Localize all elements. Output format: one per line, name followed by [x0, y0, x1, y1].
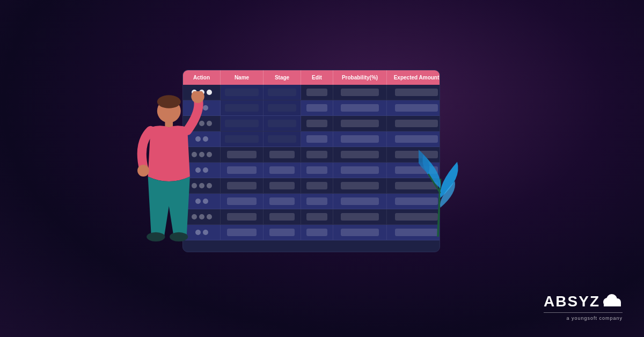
stage-cell [264, 100, 301, 115]
person-illustration [121, 91, 207, 268]
probability-cell [333, 178, 387, 193]
name-cell [221, 163, 264, 178]
svg-point-6 [170, 232, 188, 241]
edit-cell [301, 178, 333, 193]
edit-cell [301, 209, 333, 224]
probability-cell [333, 225, 387, 240]
logo-text: ABSYZ [544, 293, 600, 310]
logo-subtitle: a youngsoft company [566, 316, 623, 321]
col-name: Name [221, 70, 264, 85]
name-cell [221, 85, 264, 100]
expected-cell [387, 116, 440, 131]
svg-rect-12 [604, 302, 621, 306]
probability-cell [333, 163, 387, 178]
data-table: Action Name Stage Edit Probability(%) Ex… [182, 70, 440, 252]
absyz-logo: ABSYZ a youngsoft company [544, 292, 623, 321]
circle-icon [207, 183, 212, 188]
edit-cell [301, 147, 333, 162]
probability-cell [333, 100, 387, 115]
svg-point-4 [137, 165, 149, 177]
table-row [183, 147, 440, 163]
stage-cell [264, 209, 301, 224]
probability-cell [333, 116, 387, 131]
page-background: Action Name Stage Edit Probability(%) Ex… [0, 0, 644, 337]
table-body [183, 85, 440, 240]
name-cell [221, 178, 264, 193]
name-cell [221, 131, 264, 146]
stage-cell [264, 116, 301, 131]
stage-cell [264, 85, 301, 100]
probability-cell [333, 85, 387, 100]
edit-cell [301, 85, 333, 100]
svg-point-1 [157, 95, 181, 108]
name-cell [221, 147, 264, 162]
edit-cell [301, 100, 333, 115]
table-row [183, 85, 440, 100]
table-row [183, 178, 440, 194]
col-probability: Probability(%) [333, 70, 387, 85]
table-header: Action Name Stage Edit Probability(%) Ex… [183, 70, 440, 85]
col-edit: Edit [301, 70, 333, 85]
circle-icon [207, 214, 212, 219]
edit-cell [301, 131, 333, 146]
probability-cell [333, 147, 387, 162]
stage-cell [264, 225, 301, 240]
edit-cell [301, 225, 333, 240]
name-cell [221, 116, 264, 131]
stage-cell [264, 131, 301, 146]
table-row [183, 225, 440, 240]
table-row [183, 116, 440, 131]
col-action: Action [183, 70, 221, 85]
edit-cell [301, 163, 333, 178]
table-row [183, 131, 440, 147]
name-cell [221, 225, 264, 240]
probability-cell [333, 131, 387, 146]
table-row [183, 163, 440, 178]
stage-cell [264, 147, 301, 162]
probability-cell [333, 194, 387, 209]
stage-cell [264, 163, 301, 178]
stage-cell [264, 194, 301, 209]
circle-icon [207, 121, 212, 126]
name-cell [221, 209, 264, 224]
svg-rect-2 [165, 121, 173, 127]
edit-cell [301, 116, 333, 131]
cloud-icon [601, 292, 623, 309]
probability-cell [333, 209, 387, 224]
expected-cell [387, 131, 440, 146]
stage-cell [264, 178, 301, 193]
circle-icon [207, 152, 212, 157]
table-row [183, 100, 440, 116]
circle-icon [207, 90, 212, 95]
edit-cell [301, 194, 333, 209]
name-cell [221, 100, 264, 115]
table-row [183, 194, 440, 209]
name-cell [221, 194, 264, 209]
plant-illustration [419, 145, 467, 241]
expected-cell [387, 100, 440, 115]
table-row [183, 209, 440, 225]
expected-cell [387, 85, 440, 100]
col-stage: Stage [264, 70, 301, 85]
col-expected: Expected Amount [387, 70, 440, 85]
logo-main: ABSYZ [544, 292, 623, 311]
svg-point-5 [147, 232, 165, 241]
logo-divider [544, 312, 623, 313]
